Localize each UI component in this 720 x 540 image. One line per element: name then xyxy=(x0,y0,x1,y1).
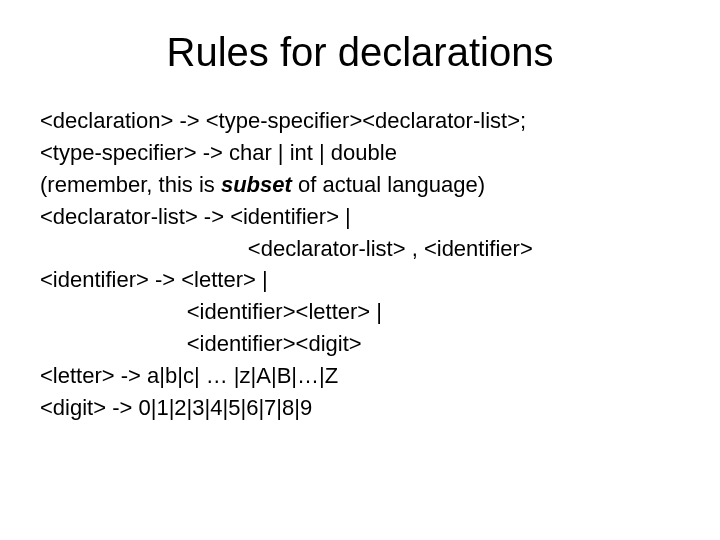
grammar-rule-declarator-list-2: <declarator-list> , <identifier> xyxy=(40,233,680,265)
grammar-rule-letter: <letter> -> a|b|c| … |z|A|B|…|Z xyxy=(40,360,680,392)
grammar-rule-identifier-3: <identifier><digit> xyxy=(40,328,680,360)
grammar-rule-digit: <digit> -> 0|1|2|3|4|5|6|7|8|9 xyxy=(40,392,680,424)
note-prefix: (remember, this is xyxy=(40,172,221,197)
note-emphasis: subset xyxy=(221,172,292,197)
grammar-note: (remember, this is subset of actual lang… xyxy=(40,169,680,201)
grammar-rule-identifier-2: <identifier><letter> | xyxy=(40,296,680,328)
slide: Rules for declarations <declaration> -> … xyxy=(0,0,720,540)
grammar-rule-declarator-list-1: <declarator-list> -> <identifier> | xyxy=(40,201,680,233)
grammar-rule-identifier-1: <identifier> -> <letter> | xyxy=(40,264,680,296)
grammar-rule-declaration: <declaration> -> <type-specifier><declar… xyxy=(40,105,680,137)
note-suffix: of actual language) xyxy=(292,172,485,197)
grammar-rule-type-specifier: <type-specifier> -> char | int | double xyxy=(40,137,680,169)
slide-title: Rules for declarations xyxy=(40,30,680,75)
slide-body: <declaration> -> <type-specifier><declar… xyxy=(40,105,680,424)
